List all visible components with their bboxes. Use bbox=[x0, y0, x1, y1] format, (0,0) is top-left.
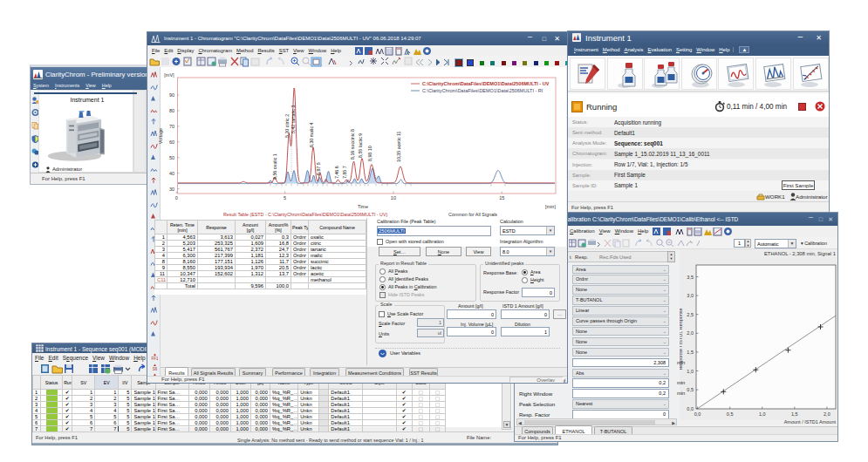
svg-text:7,46 6: 7,46 6 bbox=[334, 166, 339, 179]
svg-text:[min]: [min] bbox=[545, 204, 556, 209]
svg-text:0,5: 0,5 bbox=[687, 387, 694, 392]
svg-text:60: 60 bbox=[169, 139, 174, 145]
svg-text:5,42 tartaric 3: 5,42 tartaric 3 bbox=[290, 105, 296, 133]
svg-text:2,5: 2,5 bbox=[687, 312, 694, 317]
svg-text:6,30 malic 4: 6,30 malic 4 bbox=[309, 122, 314, 147]
svg-text:8,55 lactic 9: 8,55 lactic 9 bbox=[358, 133, 363, 158]
svg-text:C:\ClarityChrom\DataFiles\DEMO: C:\ClarityChrom\DataFiles\DEMO1\Data\250… bbox=[422, 81, 550, 86]
svg-text:2,0: 2,0 bbox=[687, 330, 694, 336]
svg-text:90: 90 bbox=[169, 92, 174, 98]
svg-text:1,5: 1,5 bbox=[687, 350, 694, 355]
svg-text:ETHANOL - 2,308 min, Signal 1: ETHANOL - 2,308 min, Signal 1 bbox=[764, 251, 836, 256]
svg-text:0: 0 bbox=[175, 195, 178, 200]
svg-text:1,0: 1,0 bbox=[687, 369, 694, 374]
svg-text:0,5: 0,5 bbox=[727, 411, 734, 417]
svg-text:Amount / ISTD1 Amount: Amount / ISTD1 Amount bbox=[784, 419, 837, 425]
svg-text:5,20 citric 2: 5,20 citric 2 bbox=[284, 114, 290, 138]
svg-text:80: 80 bbox=[169, 108, 174, 113]
svg-text:50: 50 bbox=[169, 155, 174, 160]
svg-text:6,87 5: 6,87 5 bbox=[316, 162, 321, 175]
svg-text:0,0: 0,0 bbox=[694, 411, 701, 417]
svg-text:3,0: 3,0 bbox=[687, 293, 694, 298]
svg-text:8,98 10: 8,98 10 bbox=[367, 146, 372, 161]
svg-text:4,56 oxalic 1: 4,56 oxalic 1 bbox=[272, 153, 277, 180]
svg-text:5: 5 bbox=[284, 195, 286, 200]
svg-text:C:\ClarityChrom\DataFiles\DEMO: C:\ClarityChrom\DataFiles\DEMO1\Data\250… bbox=[422, 88, 543, 93]
svg-text:1,5: 1,5 bbox=[791, 411, 798, 417]
svg-text:10,35 acetic 11: 10,35 acetic 11 bbox=[396, 131, 401, 162]
svg-text:40: 40 bbox=[169, 171, 174, 176]
svg-text:30: 30 bbox=[169, 187, 174, 192]
svg-text:1,0: 1,0 bbox=[759, 411, 766, 417]
svg-text:10: 10 bbox=[391, 195, 396, 200]
svg-text:15: 15 bbox=[499, 195, 504, 200]
svg-text:8,16 succinic 8: 8,16 succinic 8 bbox=[350, 129, 355, 160]
svg-text:0,0: 0,0 bbox=[687, 406, 694, 411]
svg-text:Time: Time bbox=[358, 204, 368, 209]
svg-text:Voltage: Voltage bbox=[158, 128, 163, 144]
svg-text:3,5: 3,5 bbox=[687, 275, 694, 280]
svg-text:[mV]: [mV] bbox=[164, 72, 174, 78]
svg-text:70: 70 bbox=[169, 124, 174, 129]
svg-text:2,0: 2,0 bbox=[824, 411, 830, 417]
svg-text:7,85 7: 7,85 7 bbox=[342, 166, 347, 179]
